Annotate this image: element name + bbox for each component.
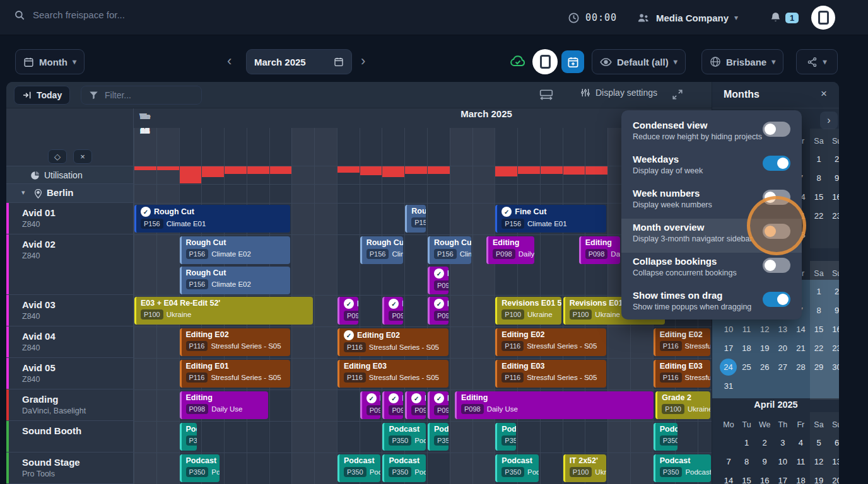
mini-day[interactable]: 1 [738, 434, 756, 452]
mini-day[interactable]: 20 [774, 339, 792, 358]
share-dropdown[interactable]: ▾ [796, 49, 838, 74]
filter-input-wrap[interactable] [81, 86, 202, 105]
mini-day[interactable]: 23 [828, 207, 839, 226]
mini-day[interactable]: 9 [828, 169, 839, 188]
mini-day[interactable]: 9 [828, 301, 839, 320]
next-period-button[interactable]: › [361, 54, 365, 68]
booking[interactable]: ✓Rough CutP156Climate E01 [134, 205, 290, 233]
booking[interactable]: Rough CutP156Climate E02 [360, 236, 404, 264]
resource-row[interactable]: Sound Booth [6, 421, 134, 452]
setting-toggle[interactable] [763, 258, 790, 273]
mini-day[interactable]: 10 [774, 452, 792, 471]
booking[interactable]: EditingP098Daily Use [180, 391, 268, 419]
setting-row[interactable]: Week numbersDisplay week numbers [621, 185, 802, 219]
mini-day[interactable]: 16 [756, 471, 773, 484]
booking[interactable]: ✓EditingP098Daily Use [428, 267, 449, 294]
booking[interactable]: PodcastP350Podcast [382, 454, 426, 482]
booking[interactable]: Editing E02P116Stressful Series - S05 [180, 328, 291, 356]
mini-day[interactable]: 28 [792, 358, 809, 377]
resource-row[interactable]: Avid 02Z840 [6, 234, 134, 295]
group-row-berlin[interactable]: ▾Berlin [6, 184, 134, 203]
booking[interactable]: ✓EditingP098Daily Use [382, 297, 403, 325]
mini-day[interactable]: 26 [756, 358, 773, 377]
booking[interactable]: PodcastP350Podcast [428, 423, 449, 451]
mini-day[interactable]: 2 [756, 434, 773, 452]
resource-row[interactable]: Sound StagePro Tools [6, 452, 134, 484]
booking[interactable]: EditingP098Daily Use [486, 236, 534, 264]
next-months-button[interactable]: › [820, 112, 838, 129]
mini-day[interactable]: 13 [828, 452, 839, 471]
fit-width-icon[interactable] [539, 89, 553, 100]
mini-day[interactable]: 1 [810, 150, 828, 169]
mini-day[interactable]: 31 [720, 377, 737, 396]
booking[interactable]: Editing E03P116Stressful Series - S05 [654, 360, 710, 388]
period-picker[interactable]: March 2025 [246, 49, 352, 74]
resource-row[interactable]: Avid 04Z840 [6, 326, 134, 358]
fullscreen-icon[interactable] [672, 89, 683, 100]
booking[interactable]: Editing E02P116Stressful Series - S05 [495, 328, 606, 356]
booking[interactable]: ✓EditingP098Daily Use [382, 391, 403, 419]
mini-day[interactable]: 8 [738, 452, 756, 471]
today-button[interactable]: Today [14, 86, 70, 105]
mini-day[interactable]: 17 [720, 339, 737, 358]
mini-day[interactable]: 27 [774, 358, 792, 377]
sort-resources-button[interactable]: ◇ [48, 149, 67, 164]
booking[interactable]: PodcastP350Podcast [495, 423, 516, 451]
booking[interactable]: Grade 2P100Ukraine [655, 391, 710, 419]
booking[interactable]: Editing E03P116Stressful Series - S05 [495, 360, 606, 388]
mini-day[interactable]: 19 [810, 471, 828, 484]
booking[interactable]: ✓EditingP098Daily Use [360, 391, 381, 419]
visibility-filter-dropdown[interactable]: Default (all) ▾ [592, 49, 686, 74]
mini-day[interactable]: 8 [810, 169, 828, 188]
search-input[interactable] [32, 9, 221, 21]
booking[interactable]: PodcastP350Podcast [654, 454, 712, 482]
resource-row[interactable]: Avid 03Z840 [6, 295, 134, 326]
active-user-avatar[interactable] [532, 49, 558, 74]
booking[interactable]: PodcastP350Podcast [382, 423, 426, 451]
mini-day[interactable]: 14 [720, 471, 737, 484]
mini-day[interactable]: 8 [810, 301, 828, 320]
mini-day[interactable]: 5 [810, 434, 828, 452]
mini-day[interactable]: 29 [810, 358, 828, 377]
company-switcher[interactable]: Media Company ▾ [637, 0, 738, 35]
mini-day[interactable]: 3 [774, 434, 792, 452]
global-search[interactable] [14, 9, 221, 21]
setting-row[interactable]: WeekdaysDisplay day of week [621, 151, 802, 185]
booking[interactable]: Editing E03P116Stressful Series - S05 [337, 360, 449, 388]
booking[interactable]: Rough CutP156Climate E01 [405, 205, 426, 233]
setting-toggle[interactable] [763, 156, 790, 171]
mini-day[interactable]: 2 [828, 282, 839, 301]
close-icon[interactable]: × [821, 88, 827, 100]
chevron-down-icon[interactable]: ▾ [21, 188, 25, 197]
booking[interactable]: Rough CutP156Climate E02 [180, 267, 291, 294]
mini-day[interactable]: 11 [792, 452, 809, 471]
display-settings-button[interactable]: Display settings [580, 88, 657, 98]
booking[interactable]: ✓EditingP098Daily Use [428, 391, 449, 419]
mini-day[interactable]: 4 [792, 434, 809, 452]
mini-day[interactable]: 12 [756, 320, 773, 339]
mini-day[interactable]: 9 [756, 452, 773, 471]
mini-day[interactable]: 11 [738, 320, 756, 339]
mini-day[interactable]: 15 [810, 188, 828, 207]
booking[interactable]: PodcastP350Podcast [180, 454, 220, 482]
booking[interactable]: EditingP098Daily Use [579, 236, 620, 264]
setting-row[interactable]: Collapse bookingsCollapse concurrent boo… [621, 253, 802, 287]
mini-day[interactable]: 16 [828, 320, 839, 339]
setting-row[interactable]: Condensed viewReduce row height by hidin… [621, 117, 802, 151]
mini-day[interactable]: 25 [738, 358, 756, 377]
mini-day[interactable]: 23 [828, 339, 839, 358]
setting-toggle[interactable] [763, 190, 790, 205]
mini-day[interactable]: 22 [810, 339, 828, 358]
mini-day[interactable]: 19 [756, 339, 773, 358]
booking[interactable]: PodcastP350Podcast [337, 454, 381, 482]
booking[interactable]: ✓Editing E02P116Stressful Series - S05 [337, 328, 449, 356]
add-booking-button[interactable] [561, 50, 584, 73]
booking[interactable]: Rough CutP156Climate E02 [180, 236, 291, 264]
location-dropdown[interactable]: Brisbane ▾ [701, 49, 783, 74]
setting-row[interactable]: Show times on dragShow time popups when … [621, 287, 802, 321]
resource-row[interactable]: GradingDaVinci, Baselight [6, 389, 134, 421]
booking[interactable]: PodcastP350Podcast [180, 423, 197, 451]
booking[interactable]: EditingP098Daily Use [455, 391, 654, 419]
notifications-button[interactable]: 1 [770, 0, 799, 35]
mini-day[interactable]: 2 [828, 150, 839, 169]
